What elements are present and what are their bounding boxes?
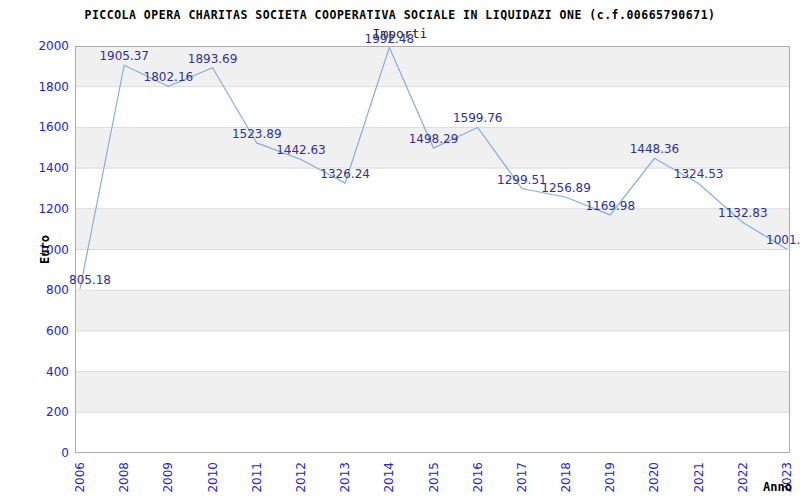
x-tick-label: 2008 — [117, 462, 131, 493]
point-label: 1523.89 — [232, 127, 282, 141]
x-tick-label: 2010 — [206, 462, 220, 493]
x-tick-label: 2018 — [559, 462, 573, 493]
point-label: 1893.69 — [188, 52, 238, 66]
x-tick-label: 2009 — [161, 462, 175, 493]
plot-band — [75, 412, 790, 453]
x-tick-label: 2020 — [647, 462, 661, 493]
x-tick-label: 2015 — [427, 462, 441, 493]
chart-canvas: 805.181905.371802.161893.691523.891442.6… — [0, 0, 800, 500]
y-tick-label: 2000 — [38, 39, 69, 53]
y-tick-label: 400 — [46, 365, 69, 379]
point-label: 1498.29 — [409, 132, 459, 146]
point-label: 1448.36 — [630, 142, 680, 156]
point-label: 1256.89 — [541, 181, 591, 195]
y-tick-label: 1800 — [38, 80, 69, 94]
point-label: 1599.76 — [453, 111, 503, 125]
point-label: 1905.37 — [99, 49, 149, 63]
y-tick-label: 0 — [61, 446, 69, 460]
point-label: 1326.24 — [320, 167, 370, 181]
y-tick-label: 1200 — [38, 202, 69, 216]
y-axis-title: Euro — [38, 235, 52, 264]
plot-band — [75, 290, 790, 331]
y-tick-label: 600 — [46, 324, 69, 338]
x-tick-label: 2013 — [338, 462, 352, 493]
point-label: 805.18 — [69, 273, 111, 287]
x-tick-label: 2006 — [73, 462, 87, 493]
plot-band — [75, 87, 790, 128]
plot-band — [75, 250, 790, 291]
point-label: 1992.48 — [365, 32, 415, 46]
x-axis-title: Anno — [763, 480, 792, 494]
point-label: 1442.63 — [276, 143, 326, 157]
x-tick-label: 2017 — [515, 462, 529, 493]
plot-band — [75, 209, 790, 250]
x-tick-label: 2014 — [382, 462, 396, 493]
point-label: 1001.1 — [766, 233, 800, 247]
y-tick-label: 1600 — [38, 120, 69, 134]
x-tick-label: 2012 — [294, 462, 308, 493]
point-label: 1299.51 — [497, 173, 547, 187]
chart-window: PICCOLA OPERA CHARITAS SOCIETA COOPERATI… — [0, 0, 800, 500]
plot-band — [75, 331, 790, 372]
y-tick-label: 1400 — [38, 161, 69, 175]
point-label: 1132.83 — [718, 206, 768, 220]
point-label: 1169.98 — [585, 199, 635, 213]
x-tick-label: 2022 — [736, 462, 750, 493]
x-tick-label: 2011 — [250, 462, 264, 493]
y-tick-label: 800 — [46, 283, 69, 297]
x-tick-label: 2016 — [471, 462, 485, 493]
x-tick-label: 2021 — [692, 462, 706, 493]
y-tick-label: 200 — [46, 405, 69, 419]
plot-band — [75, 372, 790, 413]
point-label: 1802.16 — [144, 70, 194, 84]
point-label: 1324.53 — [674, 167, 724, 181]
x-tick-label: 2019 — [603, 462, 617, 493]
